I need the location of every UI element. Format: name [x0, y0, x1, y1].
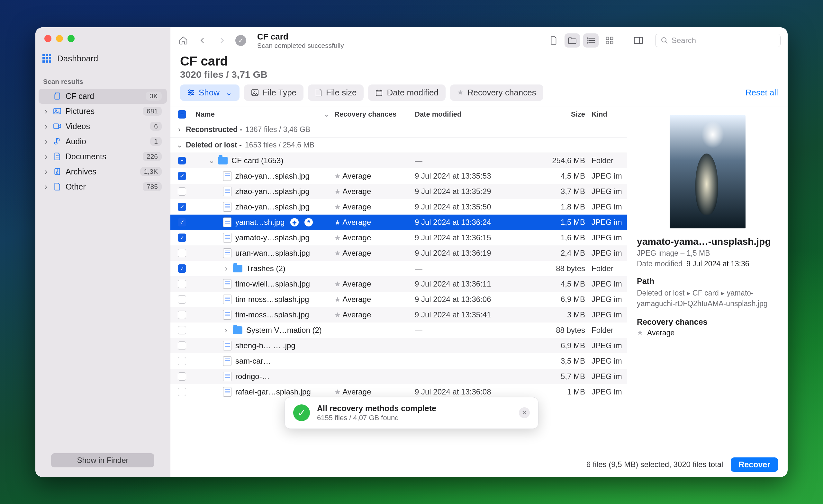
row-checkbox[interactable] [178, 311, 186, 319]
home-icon[interactable] [177, 35, 189, 46]
row-checkbox[interactable] [178, 357, 186, 365]
svg-line-22 [665, 41, 667, 43]
sidebar-item-other[interactable]: ›Other785 [39, 179, 167, 194]
group-row[interactable]: ›Reconstructed - 1367 files / 3,46 GB [170, 122, 627, 138]
star-icon: ★ [334, 172, 341, 180]
row-checkbox[interactable] [178, 372, 186, 381]
quicklook-icon[interactable]: ◉ [290, 218, 299, 226]
row-checkbox[interactable] [178, 264, 186, 273]
chevron-right-icon: › [43, 152, 49, 161]
table-row[interactable]: −⌄CF card (1653)—254,6 MBFolder [170, 153, 627, 168]
file-table: − Name⌄ Recovery chances Date modified S… [170, 107, 627, 452]
svg-rect-19 [634, 37, 643, 43]
row-checkbox[interactable] [178, 218, 186, 226]
row-filename: Trashes (2) [246, 264, 286, 273]
reset-all-button[interactable]: Reset all [746, 88, 778, 98]
document-icon [53, 153, 62, 160]
table-row[interactable]: zhao-yan…splash.jpg★ Average9 Jul 2024 a… [170, 184, 627, 199]
table-row[interactable]: ›Trashes (2)—88 bytesFolder [170, 261, 627, 276]
group-row[interactable]: ⌄Deleted or lost - 1653 files / 254,6 MB [170, 138, 627, 153]
star-icon: ★ [334, 280, 341, 288]
row-checkbox[interactable] [178, 234, 186, 242]
col-kind[interactable]: Kind [592, 110, 627, 118]
zoom-window-button[interactable] [67, 35, 74, 42]
star-icon: ★ [334, 188, 341, 196]
svg-point-28 [190, 94, 191, 95]
col-recovery[interactable]: Recovery chances [334, 110, 415, 118]
chevron-down-icon: ⌄ [225, 88, 232, 98]
table-row[interactable]: sam-car… 3,5 MBJPEG im [170, 353, 627, 369]
table-row[interactable]: timo-wieli…splash.jpg★ Average9 Jul 2024… [170, 276, 627, 292]
sidebar-item-pictures[interactable]: ›Pictures681 [39, 104, 167, 119]
dashboard-icon [42, 54, 51, 63]
table-row[interactable]: ›System V…mation (2)—88 bytesFolder [170, 322, 627, 338]
toast-notification: ✓ All recovery methods complete 6155 fil… [285, 397, 538, 429]
dashboard-nav[interactable]: Dashboard [35, 48, 170, 69]
row-filename: rodrigo-… [235, 372, 270, 381]
table-row[interactable]: tim-moss…splash.jpg★ Average9 Jul 2024 a… [170, 307, 627, 322]
success-icon: ✓ [293, 405, 310, 421]
file-icon [223, 310, 231, 320]
col-name[interactable]: Name⌄ [193, 110, 334, 118]
hex-icon[interactable]: # [304, 218, 313, 226]
file-size-filter-button[interactable]: File size [308, 84, 364, 101]
col-size[interactable]: Size [527, 110, 592, 118]
sidebar-item-archives[interactable]: ›Archives1,3K [39, 164, 167, 179]
table-row[interactable]: rodrigo-… 5,7 MBJPEG im [170, 369, 627, 384]
table-row[interactable]: zhao-yan…splash.jpg★ Average9 Jul 2024 a… [170, 199, 627, 215]
svg-rect-8 [56, 172, 58, 173]
toggle-preview-icon[interactable] [631, 33, 646, 47]
table-row[interactable]: tim-moss…splash.jpg★ Average9 Jul 2024 a… [170, 292, 627, 307]
show-in-finder-button[interactable]: Show in Finder [51, 453, 154, 467]
sort-indicator-icon: ⌄ [323, 110, 329, 118]
table-row[interactable]: sheng-h… … .jpg6,9 MBJPEG im [170, 338, 627, 353]
show-filter-button[interactable]: Show ⌄ [180, 84, 239, 101]
table-row[interactable]: yamat…sh.jpg◉#★ Average9 Jul 2024 at 13:… [170, 215, 627, 230]
recovery-chances-filter-button[interactable]: ★ Recovery chances [450, 84, 543, 101]
sidebar-item-badge: 6 [150, 122, 162, 131]
back-icon[interactable] [197, 35, 208, 46]
row-checkbox[interactable] [178, 172, 186, 180]
svg-rect-31 [376, 90, 382, 96]
row-checkbox[interactable] [178, 341, 186, 350]
sidebar-item-videos[interactable]: ›Videos6 [39, 119, 167, 134]
star-icon: ★ [457, 88, 464, 97]
date-modified-filter-button[interactable]: Date modified [368, 84, 445, 101]
chevron-right-icon: › [223, 326, 229, 335]
table-row[interactable]: uran-wan…splash.jpg★ Average9 Jul 2024 a… [170, 245, 627, 261]
forward-icon[interactable] [216, 35, 227, 46]
chevron-right-icon: › [43, 167, 49, 176]
view-list-icon[interactable] [583, 33, 599, 47]
search-input[interactable]: Search [655, 34, 781, 47]
select-all-checkbox[interactable]: − [178, 110, 186, 118]
table-row[interactable]: yamato-y…splash.jpg★ Average9 Jul 2024 a… [170, 230, 627, 245]
sidebar-item-cf-card[interactable]: CF card3K [39, 89, 167, 104]
star-icon: ★ [334, 203, 341, 211]
table-row[interactable]: zhao-yan…splash.jpg★ Average9 Jul 2024 a… [170, 168, 627, 184]
row-checkbox[interactable] [178, 249, 186, 257]
col-date[interactable]: Date modified [415, 110, 527, 118]
chevron-right-icon: › [43, 107, 49, 116]
row-checkbox[interactable] [178, 295, 186, 303]
close-window-button[interactable] [44, 35, 51, 42]
row-filename: sam-car… [235, 356, 271, 365]
view-grid-icon[interactable] [602, 33, 617, 47]
file-type-filter-button[interactable]: File Type [244, 84, 304, 101]
row-checkbox[interactable] [178, 203, 186, 211]
minimize-window-button[interactable] [56, 35, 63, 42]
view-folder-icon[interactable] [564, 33, 580, 47]
recover-button[interactable]: Recover [731, 457, 778, 472]
toast-close-button[interactable]: ✕ [519, 407, 530, 418]
chevron-right-icon: › [43, 182, 49, 192]
footer: 6 files (9,5 MB) selected, 3020 files to… [170, 452, 788, 477]
sidebar-item-audio[interactable]: ›Audio1 [39, 134, 167, 149]
sidebar-item-documents[interactable]: ›Documents226 [39, 149, 167, 164]
row-checkbox[interactable] [178, 187, 186, 196]
folder-select-icon[interactable]: − [178, 157, 186, 165]
row-checkbox[interactable] [178, 326, 186, 334]
row-checkbox[interactable] [178, 280, 186, 288]
sidebar-item-label: Audio [65, 137, 146, 146]
view-document-icon[interactable] [546, 33, 561, 47]
row-checkbox[interactable] [178, 388, 186, 396]
page-header: CF card 3020 files / 3,71 GB [170, 54, 788, 84]
